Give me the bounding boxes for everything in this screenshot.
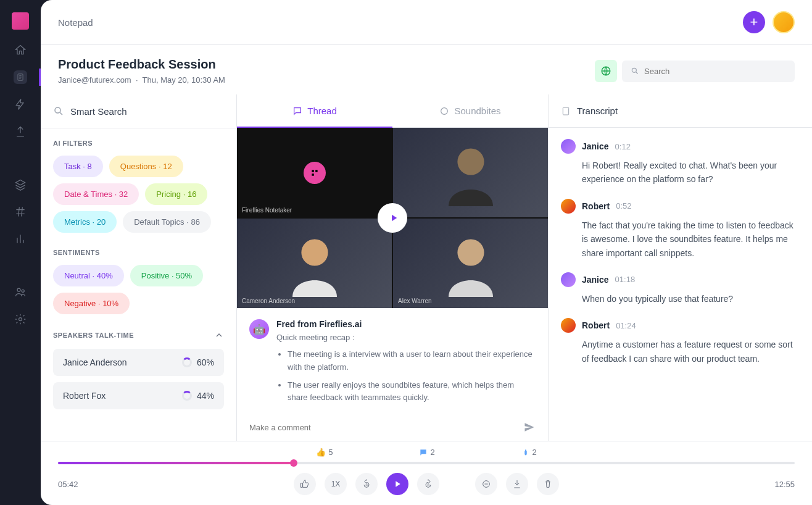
transcript-entry: Janice0:12Hi Robert! Really excited to c… [561,139,800,186]
filter-chip-date-times[interactable]: Date & Times · 32 [53,183,139,205]
hashtag-icon[interactable] [14,205,27,219]
bot-name: Fred from Fireflies.ai [276,319,536,329]
sentiment-chip-negative[interactable]: Negative · 10% [53,293,130,314]
layers-icon[interactable] [14,178,27,191]
search-icon [53,106,64,117]
svg-point-8 [457,148,484,175]
sidebar-nav [0,0,41,505]
transcript-entry: Robert0:52The fact that you're taking th… [561,199,800,260]
user-avatar[interactable] [773,11,795,33]
svg-text:15: 15 [427,483,430,486]
delete-button[interactable] [537,473,559,495]
gear-icon[interactable] [14,312,27,326]
app-logo [12,12,29,30]
send-icon[interactable] [523,421,536,433]
meeting-meta: Janice@futurex.com · Thu, May 20, 10:30 … [58,75,225,85]
chat-icon [292,106,302,116]
search-input[interactable] [622,61,795,82]
people-icon[interactable] [14,285,27,299]
sentiment-chip-neutral[interactable]: Neutral · 40% [53,265,124,286]
current-time: 05:42 [58,480,78,489]
download-button[interactable] [506,473,528,495]
recap-point: The meeting is a interview with a user t… [288,348,536,374]
play-overlay-button[interactable] [378,203,407,233]
filter-chip-questions[interactable]: Questions · 12 [109,156,183,177]
speakers-label: SPEAKERS TALK-TIME [53,332,134,339]
ai-filters-label: AI FILTERS [53,140,224,147]
player-bar: 👍 5 2 2 05:42 1X 15 15 [41,441,812,505]
upload-icon[interactable] [14,125,27,138]
svg-point-9 [301,239,328,265]
topbar: Notepad + [41,0,812,45]
svg-point-6 [55,107,60,113]
recap-point: The user really enjoys the soundbites fe… [288,379,536,405]
svg-point-1 [17,288,20,291]
notes-icon[interactable] [14,70,27,84]
filter-chip-task[interactable]: Task · 8 [53,156,103,177]
play-button[interactable] [386,473,408,495]
video-player[interactable]: Fireflies Notetaker Cameron Anderson Ale… [237,128,548,308]
smart-search[interactable]: Smart Search [41,94,236,128]
speaker-avatar [561,318,576,333]
meeting-title: Product Feedback Session [58,57,225,72]
filter-chip-pricing[interactable]: Pricing · 16 [145,183,207,205]
progress-slider[interactable] [58,462,795,464]
speaker-avatar [561,272,576,287]
speaker-avatar [561,199,576,214]
transcript-header: Transcript [549,94,812,128]
bolt-icon[interactable] [14,98,27,111]
svg-text:15: 15 [365,483,368,486]
sentiment-chip-positive[interactable]: Positive · 50% [130,265,203,286]
comment-input[interactable] [237,414,548,441]
soundbites-icon [439,106,449,116]
speed-button[interactable]: 1X [325,473,347,495]
comments-stat[interactable]: 2 [419,448,434,457]
filter-chip-default-topics[interactable]: Default Topics · 86 [123,211,211,233]
sentiments-label: SENTIMENTS [53,249,224,256]
globe-icon[interactable] [595,60,617,82]
svg-point-7 [441,107,448,114]
analytics-icon[interactable] [14,232,27,246]
transcript-entry: Robert01:24Anytime a customer has a feat… [561,318,800,365]
svg-point-10 [457,239,484,265]
fireflies-logo-icon [304,162,326,184]
tab-thread[interactable]: Thread [237,94,392,127]
speaker-row[interactable]: Janice Anderson60% [53,349,224,376]
bot-avatar-icon: 🤖 [249,319,269,339]
svg-point-2 [22,290,24,292]
rewind-15-button[interactable]: 15 [355,473,378,495]
chevron-up-icon[interactable] [214,330,224,340]
speaker-row[interactable]: Robert Fox44% [53,382,224,409]
svg-rect-11 [563,107,568,115]
likes-stat[interactable]: 👍 5 [316,448,333,457]
add-button[interactable]: + [743,11,765,33]
mute-button[interactable] [475,473,497,495]
filter-chip-metrics[interactable]: Metrics · 20 [53,211,117,233]
pins-stat[interactable]: 2 [521,448,537,457]
tab-soundbites[interactable]: Soundbites [392,94,548,127]
total-time: 12:55 [774,480,795,489]
bot-subtitle: Quick meeting recap : [276,333,536,342]
search-icon [631,67,639,75]
transcript-entry: Janice01:18When do you typically use tha… [561,272,800,306]
svg-point-5 [632,68,636,72]
document-icon [561,106,571,116]
forward-15-button[interactable]: 15 [417,473,439,495]
home-icon[interactable] [14,43,27,57]
thumbs-up-button[interactable] [294,473,316,495]
svg-point-3 [19,318,22,321]
app-title: Notepad [58,17,93,28]
speaker-avatar [561,139,576,154]
